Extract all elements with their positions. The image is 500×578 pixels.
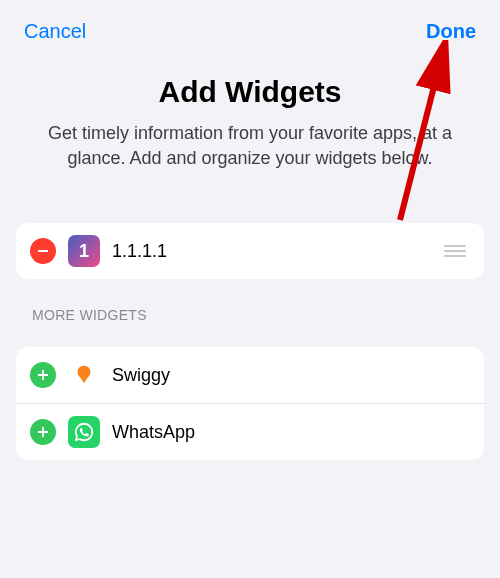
app-icon-whatsapp bbox=[68, 416, 100, 448]
widget-label: Swiggy bbox=[112, 365, 470, 386]
page-title: Add Widgets bbox=[30, 75, 470, 109]
remove-icon[interactable] bbox=[30, 238, 56, 264]
add-icon[interactable] bbox=[30, 419, 56, 445]
widget-label: WhatsApp bbox=[112, 422, 470, 443]
add-icon[interactable] bbox=[30, 362, 56, 388]
title-block: Add Widgets Get timely information from … bbox=[0, 53, 500, 199]
svg-rect-0 bbox=[38, 250, 48, 252]
done-button[interactable]: Done bbox=[426, 20, 476, 43]
widget-row[interactable]: Swiggy bbox=[16, 347, 484, 403]
more-widgets-header: MORE WIDGETS bbox=[32, 307, 468, 323]
widget-row[interactable]: 1 1.1.1.1 bbox=[16, 223, 484, 279]
svg-rect-4 bbox=[38, 431, 48, 433]
drag-handle-icon[interactable] bbox=[444, 245, 470, 257]
cancel-button[interactable]: Cancel bbox=[24, 20, 86, 43]
widget-row[interactable]: WhatsApp bbox=[16, 403, 484, 460]
active-widgets-list: 1 1.1.1.1 bbox=[16, 223, 484, 279]
widget-label: 1.1.1.1 bbox=[112, 241, 432, 262]
more-widgets-list: Swiggy WhatsApp bbox=[16, 347, 484, 460]
app-icon-swiggy bbox=[68, 359, 100, 391]
page-subtitle: Get timely information from your favorit… bbox=[30, 121, 470, 171]
svg-rect-2 bbox=[38, 374, 48, 376]
app-icon-1111: 1 bbox=[68, 235, 100, 267]
header: Cancel Done bbox=[0, 0, 500, 53]
